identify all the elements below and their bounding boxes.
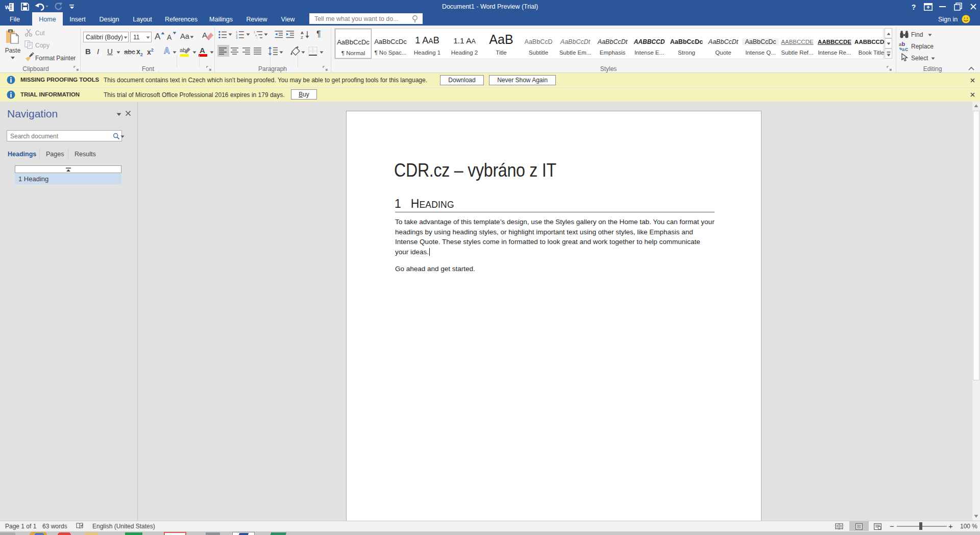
svg-text:c: c xyxy=(905,46,908,52)
svg-text:w: w xyxy=(5,4,10,11)
svg-text:3: 3 xyxy=(236,36,238,39)
svg-text:i: i xyxy=(257,36,257,39)
svg-text:Z: Z xyxy=(301,35,303,39)
svg-text:A: A xyxy=(301,31,304,35)
